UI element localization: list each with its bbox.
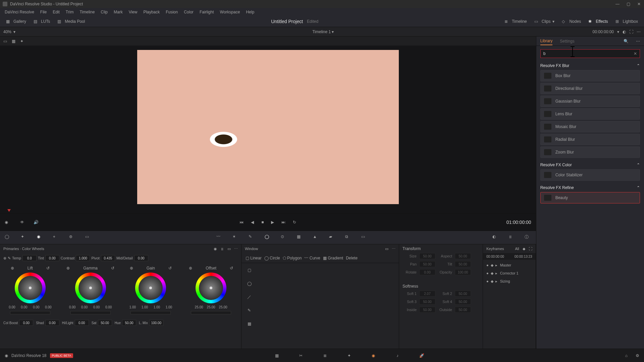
temp-field[interactable]: 0.0	[22, 255, 37, 261]
tab-settings[interactable]: Settings	[560, 39, 574, 44]
fx-item[interactable]: Gaussian Blur	[540, 96, 640, 107]
picker-icon[interactable]: ✎	[8, 256, 11, 260]
page-fairlight[interactable]: ♪	[394, 352, 401, 359]
linear-tool[interactable]: ▢ Linear	[246, 256, 262, 260]
play-reverse-button[interactable]: ◀	[251, 220, 254, 225]
shape-row-rect[interactable]: ▢	[246, 266, 395, 274]
kf-mode-icon[interactable]: ◆	[523, 247, 525, 251]
picker-icon[interactable]: ▭	[3, 39, 7, 44]
wheel-slider[interactable]	[70, 311, 111, 314]
tracking-icon[interactable]: ⊙	[281, 234, 287, 241]
menu-workspace[interactable]: Workspace	[217, 9, 243, 15]
fx-item[interactable]: Radial Blur	[540, 134, 640, 145]
menu-file[interactable]: File	[38, 9, 49, 15]
kf-track-row[interactable]: ●◆▸Sizing	[483, 277, 536, 285]
chevron-down-icon[interactable]: ⌃	[637, 185, 640, 190]
pivot-field[interactable]: 0.435	[101, 255, 115, 261]
menu-fusion[interactable]: Fusion	[163, 9, 180, 15]
clips-button[interactable]: ▭Clips▾	[532, 18, 557, 25]
wheel-value[interactable]: 1.00	[127, 305, 138, 309]
enable-icon[interactable]: ◆	[491, 271, 493, 276]
kf-filter[interactable]: All	[515, 247, 519, 251]
wheel-value[interactable]: 0.00	[43, 305, 54, 309]
loop-button[interactable]: ↻	[293, 220, 296, 225]
viewer-ruler[interactable]	[0, 208, 536, 214]
split-icon[interactable]: ▦	[12, 39, 15, 44]
sat-field[interactable]: 50.00	[98, 320, 112, 326]
primaries-icon[interactable]: ◉	[37, 234, 44, 241]
expand-icon[interactable]: ▸	[495, 279, 498, 284]
curve-tool[interactable]: 〰 Curve	[304, 256, 320, 260]
xf-field[interactable]: 50.00	[419, 261, 435, 267]
menu-fairlight[interactable]: Fairlight	[197, 9, 217, 15]
wheel-reset-icon[interactable]: ↺	[230, 266, 233, 270]
fx-item[interactable]: Box Blur	[540, 70, 640, 81]
effects-button[interactable]: ✱Effects	[586, 18, 610, 25]
contrast-field[interactable]: 1.000	[76, 255, 90, 261]
luts-button[interactable]: ▤LUTs	[31, 18, 53, 25]
wheel-value[interactable]: 1.00	[151, 305, 162, 309]
gallery-icon[interactable]: ▲	[313, 234, 320, 241]
menu-color[interactable]: Color	[181, 9, 196, 15]
fx-item[interactable]: Directional Blur	[540, 83, 640, 94]
timecode-display[interactable]: 01:00:00:00	[506, 220, 531, 225]
page-edit[interactable]: ≣	[321, 352, 329, 359]
wheel-value[interactable]: 25.00	[218, 305, 228, 309]
search-icon[interactable]: 🔍	[624, 39, 629, 44]
delete-tool[interactable]: Delete	[346, 256, 358, 260]
polygon-tool[interactable]: ⬠ Polygon	[283, 256, 302, 260]
search-input[interactable]	[543, 51, 634, 56]
scopes-icon[interactable]: ⫼	[508, 234, 515, 241]
log-mode-icon[interactable]: ▭	[227, 247, 231, 251]
shad-field[interactable]: 0.00	[45, 320, 59, 326]
soft-field[interactable]: 2.07	[419, 291, 435, 297]
chevron-down-icon[interactable]: ⌃	[637, 63, 640, 68]
fx-item[interactable]: Mosaic Blur	[540, 121, 640, 132]
bypass-icon[interactable]: ◐	[623, 29, 626, 34]
wheel-value[interactable]: 0.00	[79, 305, 90, 309]
close-button[interactable]: ✕	[637, 2, 641, 6]
soft-field[interactable]: 50.00	[455, 299, 471, 305]
shape-row-curve[interactable]: ✎	[246, 307, 395, 314]
lock-icon[interactable]: ●	[486, 279, 489, 283]
fx-item[interactable]: Zoom Blur	[540, 146, 640, 158]
menu-help[interactable]: Help	[243, 9, 257, 15]
color-wheel-offset[interactable]	[196, 273, 226, 303]
viewer-area[interactable]	[0, 46, 536, 208]
wheel-slider[interactable]	[191, 311, 231, 314]
wheel-picker-icon[interactable]: ⊕	[130, 266, 133, 270]
wheel-value[interactable]: 25.00	[206, 305, 216, 309]
bars-mode-icon[interactable]: ⫼	[220, 247, 224, 251]
play-button[interactable]: ▶	[271, 220, 274, 225]
playhead-icon[interactable]	[7, 209, 11, 212]
window-icon[interactable]: ◯	[265, 234, 271, 241]
speaker-icon[interactable]: 🔊	[34, 220, 39, 225]
shape-row-gradient[interactable]: ▦	[246, 320, 395, 327]
colboost-field[interactable]: 0.00	[19, 320, 33, 326]
stereo-icon[interactable]: ⧉	[345, 234, 352, 241]
soft-field[interactable]: 50.00	[419, 299, 435, 305]
wheel-value[interactable]: 25.00	[194, 305, 204, 309]
clear-search-button[interactable]: ✕	[634, 51, 637, 56]
minimize-button[interactable]: —	[615, 2, 620, 6]
lock-icon[interactable]: ●	[486, 263, 489, 267]
expand-icon[interactable]: ▸	[495, 271, 498, 276]
last-frame-button[interactable]: ⏭	[281, 220, 285, 225]
soft-field[interactable]: 50.00	[455, 291, 471, 297]
maximize-button[interactable]: ▢	[626, 2, 631, 6]
fx-item[interactable]: Beauty	[540, 192, 640, 203]
curves-icon[interactable]: ◯	[5, 234, 11, 241]
wheels-mode-icon[interactable]: ◉	[214, 247, 217, 251]
gallery-button[interactable]: ▦Gallery	[3, 18, 29, 25]
lightbox-button[interactable]: ⊞Lightbox	[613, 18, 641, 25]
wheel-slider[interactable]	[130, 311, 171, 314]
warper-icon[interactable]: ✶	[232, 234, 239, 241]
shape-row-line[interactable]: ／	[246, 293, 395, 301]
wheel-reset-icon[interactable]: ↺	[46, 266, 50, 270]
fx-item[interactable]: Color Stabilizer	[540, 169, 640, 181]
first-frame-button[interactable]: ⏮	[239, 220, 244, 225]
xf-field[interactable]: 0.00	[419, 269, 435, 275]
gradient-tool[interactable]: ▦ Gradient	[323, 256, 343, 260]
color-wheel-gamma[interactable]	[75, 273, 106, 303]
menu-timeline[interactable]: Timeline	[77, 9, 97, 15]
